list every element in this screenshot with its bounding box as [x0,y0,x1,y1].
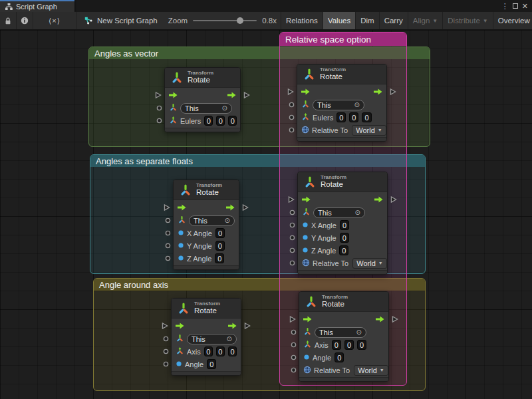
flow-output-port[interactable] [243,91,250,100]
maximize-icon[interactable] [513,3,518,9]
flow-output-port[interactable] [390,196,397,204]
zoom-slider-thumb[interactable] [237,17,243,24]
group-header[interactable]: Relative space option [280,33,406,46]
node-transform-rotate[interactable]: TransformRotate This⊙X Angle0Y Angle0Z A… [173,180,239,270]
graph-toolbar: ⟨×⟩ New Script Graph Zoom 0.8x Relations… [0,12,532,30]
graph-canvas[interactable]: Angles as vectorAngles as separate float… [0,30,532,399]
flow-output-port[interactable] [244,322,251,331]
toolbar-button-dim[interactable]: Dim [356,12,379,29]
value-input-port[interactable] [156,104,162,112]
this-dropdown[interactable]: This⊙ [313,207,365,218]
toolbar-button-carry[interactable]: Carry [380,12,408,29]
value-field[interactable]: 0 [204,116,213,126]
node-row-float: Z Angle0 [174,252,239,265]
toolbar-button-label: Dim [360,17,374,25]
value-input-port[interactable] [289,234,295,242]
value-input-port[interactable] [291,366,297,374]
value-field[interactable]: 0 [340,233,349,243]
tab-script-graph[interactable]: Script Graph [0,0,74,12]
value-field[interactable]: 0 [207,359,216,369]
code-preview-button[interactable]: ⟨×⟩ [33,12,76,29]
value-input-port[interactable] [289,259,295,267]
flow-input-port[interactable] [162,322,168,331]
node-transform-rotate[interactable]: TransformRotate This⊙ Eulers000 [164,67,241,132]
flow-output-port[interactable] [242,203,249,212]
node-header: TransformRotate [172,299,241,319]
lock-button[interactable] [0,12,17,29]
value-field[interactable]: 0 [336,112,346,122]
node-kind-label: Transform [194,301,220,307]
value-field[interactable]: 0 [334,352,344,362]
close-icon[interactable]: ✕ [522,3,528,10]
value-input-port[interactable] [289,247,295,255]
this-dropdown[interactable]: This⊙ [315,327,366,338]
info-button[interactable] [17,12,33,29]
float-icon [178,242,184,250]
zoom-slider-track[interactable] [193,20,257,21]
flow-input-port[interactable] [155,91,162,100]
value-field[interactable]: 0 [215,228,225,238]
node-titles: TransformRotate [188,70,213,84]
node-title-label: Rotate [320,72,346,81]
value-field[interactable]: 0 [216,116,225,126]
toolbar-button-relations[interactable]: Relations [281,12,323,29]
value-input-port[interactable] [163,335,169,343]
this-dropdown[interactable]: This⊙ [313,100,364,110]
value-field[interactable]: 0 [204,346,213,356]
toolbar-button-values[interactable]: Values [323,12,356,29]
value-field[interactable]: 0 [339,245,348,255]
flow-input-port[interactable] [289,315,296,324]
float-icon [303,354,310,362]
value-field[interactable]: 0 [215,253,224,263]
transform-icon [303,327,312,337]
node-body: This⊙ Eulers000 [165,88,240,128]
node-transform-rotate[interactable]: TransformRotate This⊙ Axis000Angle0 Rela… [299,291,389,382]
value-input-port[interactable] [291,329,297,336]
value-field[interactable]: 0 [340,220,349,230]
node-transform-rotate[interactable]: TransformRotate This⊙X Angle0Y Angle0Z A… [297,172,388,275]
value-input-port[interactable] [163,360,169,368]
zoom-slider[interactable] [193,17,257,24]
flow-input-port[interactable] [288,196,295,204]
value-field[interactable]: 0 [344,340,354,350]
value-field[interactable]: 0 [357,340,366,350]
value-field[interactable]: 0 [216,346,225,356]
value-input-port[interactable] [289,101,295,109]
enum-dropdown[interactable]: World▼ [354,365,388,376]
value-input-port[interactable] [165,217,171,225]
value-field[interactable]: 0 [362,112,371,122]
enum-dropdown[interactable]: World▼ [352,258,386,269]
value-input-port[interactable] [291,354,297,362]
this-dropdown[interactable]: This⊙ [187,334,237,344]
value-input-port[interactable] [291,341,297,349]
window-menu-icon[interactable]: ⋮ [501,3,509,10]
enum-dropdown[interactable]: World▼ [352,125,386,136]
value-field[interactable]: 0 [228,346,237,356]
value-input-port[interactable] [165,229,171,237]
this-label: This [317,101,331,109]
value-input-port[interactable] [289,126,295,134]
value-input-port[interactable] [289,114,295,122]
value-field[interactable]: 0 [332,340,341,350]
value-input-port[interactable] [165,242,171,250]
value-input-port[interactable] [289,209,295,217]
value-input-port[interactable] [156,117,162,125]
this-dropdown[interactable]: This⊙ [189,215,235,226]
value-input-port[interactable] [165,255,171,263]
flow-out-arrow-icon [228,323,237,331]
flow-input-port[interactable] [287,88,294,96]
flow-input-port[interactable] [164,203,170,212]
this-dropdown[interactable]: This⊙ [180,103,232,114]
flow-output-port[interactable] [392,315,398,324]
value-input-port[interactable] [289,221,295,229]
node-transform-rotate[interactable]: TransformRotate This⊙ Eulers000 Relative… [297,64,387,142]
flow-output-port[interactable] [390,88,396,96]
toolbar-button-overview[interactable]: Overview [493,12,532,29]
graph-title-area[interactable]: New Script Graph [76,12,164,29]
node-transform-rotate[interactable]: TransformRotate This⊙ Axis000Angle0 [171,298,241,376]
value-input-port[interactable] [163,348,169,356]
value-field[interactable]: 0 [215,241,225,251]
value-field[interactable]: 0 [349,112,358,122]
node-titles: TransformRotate [196,182,222,197]
value-field[interactable]: 0 [228,116,237,126]
